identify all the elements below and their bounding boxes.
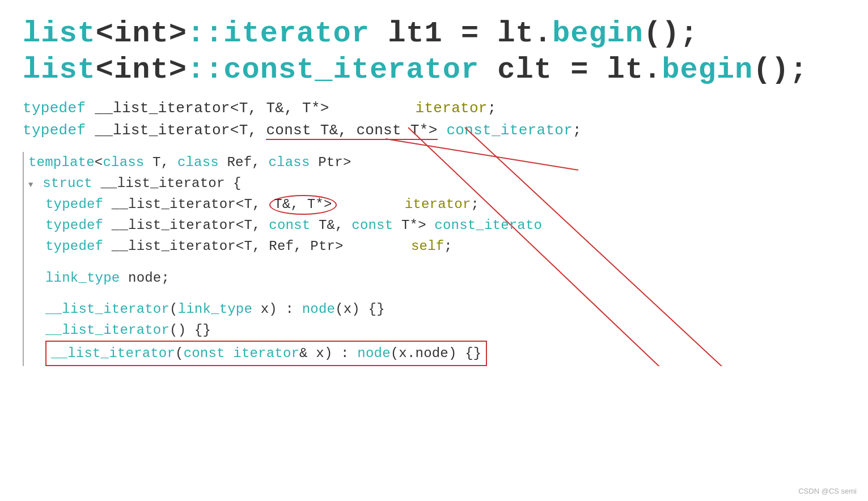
- circled-params: T&, T*>: [269, 195, 336, 215]
- ctor-3-const-kw: const: [184, 346, 225, 361]
- struct-typedef-2-params2: T*>: [393, 218, 434, 233]
- struct-typedef-kw-3: typedef: [45, 239, 103, 254]
- struct-kw: struct: [43, 176, 92, 191]
- typedef-1-semi: ;: [488, 100, 497, 117]
- link-type-node: node;: [120, 270, 170, 286]
- class-kw-ptr: class: [269, 155, 310, 170]
- struct-typedef-1-pre: __list_iterator<T,: [112, 197, 269, 212]
- typedef-2-semi: ;: [573, 122, 582, 139]
- struct-typedef-2: typedef __list_iterator<T, const T&, con…: [45, 215, 845, 236]
- ctor-1-body: (x) {}: [335, 302, 385, 317]
- typedef-2-const-params: const T&, const T*>: [266, 122, 437, 140]
- ctor-1-param-type: link_type: [178, 302, 252, 317]
- typedef-1-template: __list_iterator<T, T&, T*>: [95, 100, 329, 117]
- struct-typedef-kw-1: typedef: [45, 197, 103, 212]
- typedef-section: typedef __list_iterator<T, T&, T*> itera…: [23, 97, 845, 142]
- ctor-3-space: [225, 346, 234, 361]
- struct-body: typedef __list_iterator<T, T&, T*> itera…: [28, 194, 845, 366]
- constructor-3: __list_iterator(const iterator& x) : nod…: [45, 341, 845, 366]
- code-block: list<int>::iterator lt1 = lt.begin(); li…: [23, 17, 845, 366]
- typedef-1-name: iterator: [416, 100, 488, 117]
- class-kw-ref: class: [177, 155, 219, 170]
- struct-const-kw-2: const: [352, 218, 393, 233]
- typedef-kw-1: typedef: [23, 100, 86, 117]
- struct-header-line: ▼ struct __list_iterator {: [28, 173, 845, 194]
- typedef-line-2: typedef __list_iterator<T, const T&, con…: [23, 120, 845, 142]
- ctor-1-init: node: [302, 302, 335, 317]
- ctor-3-ref-param: & x) :: [299, 346, 357, 361]
- struct-const-kw: const: [269, 218, 310, 233]
- int-type-1: <int>: [96, 17, 187, 50]
- struct-typedef-2-template: __list_iterator<T,: [112, 218, 269, 233]
- list-keyword-2: list: [23, 53, 96, 87]
- lt1-assign: lt1 = lt.: [370, 17, 552, 50]
- ctor-1-rest: x) :: [252, 302, 302, 317]
- ctor-2-body: () {}: [170, 322, 211, 338]
- struct-name: __list_iterator {: [92, 176, 242, 191]
- link-type-kw: link_type: [45, 270, 120, 286]
- ctor-3-init-node: node: [357, 346, 390, 361]
- struct-typedef-1: typedef __list_iterator<T, T&, T*> itera…: [45, 194, 845, 215]
- struct-typedef-3: typedef __list_iterator<T, Ref, Ptr> sel…: [45, 236, 845, 257]
- large-lines: list<int>::iterator lt1 = lt.begin(); li…: [23, 17, 845, 87]
- template-kw: template: [28, 155, 95, 170]
- ctor-3-box: __list_iterator(const iterator& x) : nod…: [45, 341, 487, 366]
- semicolon-2: ();: [753, 53, 808, 87]
- struct-typedef-3-name: self: [411, 239, 444, 254]
- begin-call-2: begin: [662, 53, 753, 87]
- clt-assign: clt = lt.: [479, 53, 662, 87]
- struct-typedef-2-params: T&,: [310, 218, 352, 233]
- template-params: <: [95, 155, 103, 170]
- struct-typedef-3-semi: ;: [444, 239, 452, 254]
- list-keyword-1: list: [23, 17, 96, 50]
- begin-call-1: begin: [552, 17, 643, 50]
- const-iterator-type-2: ::const_iterator: [187, 53, 479, 87]
- ctor-3-open-paren: (: [175, 346, 184, 361]
- semicolon-1: ();: [643, 17, 698, 50]
- template-header-line: template<class T, class Ref, class Ptr>: [28, 152, 845, 173]
- iterator-type-1: ::iterator: [187, 17, 370, 50]
- param-t: T,: [144, 155, 177, 170]
- ctor-3-name: __list_iterator: [51, 346, 175, 361]
- class-kw-t: class: [103, 155, 144, 170]
- typedef-2-name: const_iterator: [446, 122, 573, 139]
- ctor-1-name: __list_iterator: [45, 302, 170, 317]
- constructor-1: __list_iterator(link_type x) : node(x) {…: [45, 299, 845, 320]
- struct-typedef-1-name: iterator: [405, 197, 471, 212]
- ctor-1-params: (: [170, 302, 178, 317]
- typedef-kw-2: typedef: [23, 122, 86, 139]
- struct-block: template<class T, class Ref, class Ptr> …: [23, 152, 845, 367]
- header-line-2: list<int>::const_iterator clt = lt.begin…: [23, 53, 845, 87]
- struct-typedef-1-semi: ;: [471, 197, 480, 212]
- struct-typedef-2-name: const_iterato: [434, 218, 542, 233]
- struct-typedef-kw-2: typedef: [45, 218, 103, 233]
- ctor-2-name: __list_iterator: [45, 322, 170, 338]
- typedef-2-template-pre: __list_iterator<T,: [95, 122, 266, 139]
- param-ptr: Ptr>: [310, 155, 352, 170]
- typedef-line-1: typedef __list_iterator<T, T&, T*> itera…: [23, 97, 845, 120]
- ctor-3-body: (x.node) {}: [391, 346, 482, 361]
- int-type-2: <int>: [96, 53, 187, 87]
- ctor-3-iterator-kw: iterator: [233, 346, 299, 361]
- collapse-icon: ▼: [28, 180, 33, 189]
- struct-typedef-3-template: __list_iterator<T, Ref, Ptr>: [112, 239, 344, 254]
- header-line-1: list<int>::iterator lt1 = lt.begin();: [23, 17, 845, 51]
- constructor-2: __list_iterator() {}: [45, 320, 845, 341]
- link-type-line: link_type node;: [45, 268, 845, 288]
- param-ref: Ref,: [219, 155, 269, 170]
